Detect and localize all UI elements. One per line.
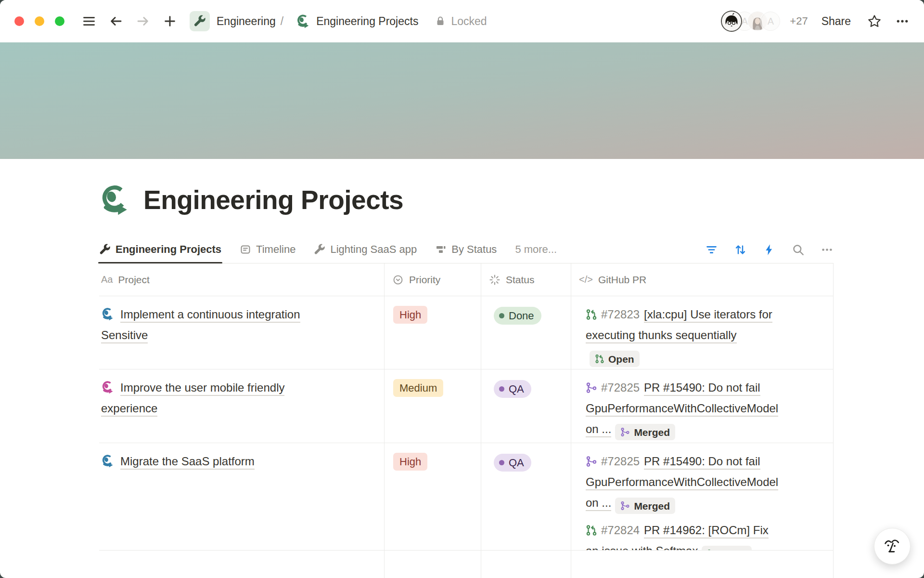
locked-label: Locked [451, 15, 487, 28]
status-label: Done [509, 305, 534, 326]
github-pr-cell[interactable]: #72825PR #15490: Do not failGpuPerforman… [571, 443, 834, 550]
pr-merged-icon [620, 427, 630, 437]
close-window-button[interactable] [14, 16, 24, 26]
project-cell[interactable] [99, 551, 384, 578]
pr-title-line: GpuPerformanceWithCollectiveModel [586, 402, 778, 417]
ai-face-button[interactable] [874, 528, 911, 565]
forward-button[interactable] [136, 14, 150, 28]
table-row-partial[interactable] [99, 551, 834, 578]
pr-title-line: on ... [586, 496, 611, 511]
pr-number: #72824 [601, 524, 640, 537]
github-pr-cell[interactable]: #72825PR #15490: Do not failGpuPerforman… [571, 369, 834, 443]
priority-cell[interactable]: High [384, 443, 481, 550]
project-title-link[interactable]: Implement a continuous integrationSensit… [101, 308, 300, 342]
column-header-priority[interactable]: Priority [384, 263, 481, 296]
table-row: Improve the user mobile friendlyexperien… [99, 369, 834, 443]
table-body: Implement a continuous integrationSensit… [99, 296, 834, 551]
project-title-link[interactable]: Migrate the SaaS platform [101, 455, 255, 468]
toolbar-more-icon[interactable] [895, 14, 910, 28]
pr-state-pill[interactable]: Open [590, 351, 640, 367]
pr-number: #72823 [601, 308, 640, 321]
status-cell[interactable]: QA [481, 369, 571, 443]
status-label: QA [509, 379, 524, 399]
pr-open-icon [586, 309, 597, 320]
sort-icon[interactable] [734, 243, 747, 256]
board-icon [435, 244, 447, 255]
pr-title-line: executing thunks sequentially [586, 328, 737, 343]
tab-label: Lighting SaaS app [330, 243, 417, 256]
github-pr-cell[interactable]: #72823[xla:cpu] Use iterators forexecuti… [571, 296, 834, 369]
automation-lightning-icon[interactable] [763, 243, 776, 256]
column-label: GitHub PR [598, 274, 646, 286]
member-avatar-stack[interactable]: A A [722, 12, 780, 31]
page-header: Engineering Projects [99, 184, 834, 216]
member-overflow-count[interactable]: +27 [790, 15, 808, 27]
pr-state-pill[interactable]: Open [702, 546, 752, 550]
status-pill[interactable]: QA [494, 380, 531, 398]
column-header-status[interactable]: Status [481, 263, 571, 296]
status-pill[interactable]: QA [494, 454, 531, 472]
table-row: Implement a continuous integrationSensit… [99, 296, 834, 369]
wrench-icon [99, 244, 111, 255]
breadcrumb-root[interactable]: Engineering [217, 15, 276, 28]
project-title-link[interactable]: Improve the user mobile friendlyexperien… [101, 381, 284, 415]
status-cell[interactable]: Done [481, 296, 571, 369]
pr-title-line: PR #15490: Do not fail [644, 381, 760, 396]
github-pr-entry: #72824PR #14962: [ROCm] Fixan issue with… [586, 520, 822, 550]
github-pr-entry: #72825PR #15490: Do not failGpuPerforman… [586, 451, 822, 514]
back-button[interactable] [109, 14, 123, 28]
page-cover-image [0, 42, 924, 159]
filter-icon[interactable] [705, 243, 718, 256]
priority-cell[interactable]: Medium [384, 369, 481, 443]
project-title-line: experience [101, 402, 157, 417]
new-page-button[interactable] [163, 14, 177, 28]
priority-cell[interactable]: High [384, 296, 481, 369]
avatar[interactable]: A [761, 12, 780, 31]
pr-merged-icon [586, 382, 597, 394]
favorite-star-icon[interactable] [867, 14, 882, 28]
tab-by-status[interactable]: By Status [435, 236, 497, 263]
view-toolbar [705, 243, 834, 256]
share-button[interactable]: Share [821, 15, 851, 28]
github-pr-entry: #72825PR #15490: Do not failGpuPerforman… [586, 377, 822, 440]
pr-title-line: an issue with Softmax [586, 544, 698, 550]
pr-title-line: PR #15490: Do not fail [644, 455, 760, 470]
locked-indicator[interactable]: Locked [435, 15, 487, 28]
status-pill[interactable]: Done [494, 307, 541, 325]
github-pr-cell[interactable] [571, 551, 834, 578]
column-header-github-pr[interactable]: </> GitHub PR [571, 263, 834, 296]
tab-timeline[interactable]: Timeline [240, 236, 295, 263]
workspace-wrench-icon[interactable] [190, 11, 210, 31]
pr-state-pill[interactable]: Merged [615, 424, 675, 440]
pr-merged-icon [620, 501, 630, 511]
pr-merged-icon [586, 456, 597, 467]
project-cell[interactable]: Implement a continuous integrationSensit… [99, 296, 384, 369]
more-views-button[interactable]: 5 more... [515, 236, 557, 263]
text-property-icon: Aa [101, 274, 113, 285]
priority-tag[interactable]: High [393, 306, 427, 324]
status-dot [499, 313, 504, 318]
maximize-window-button[interactable] [55, 16, 64, 26]
sidebar-menu-icon[interactable] [82, 14, 96, 28]
search-icon[interactable] [792, 243, 805, 256]
tab-lighting-saas-app[interactable]: Lighting SaaS app [314, 236, 417, 263]
project-cell[interactable]: Improve the user mobile friendlyexperien… [99, 369, 384, 443]
priority-tag[interactable]: Medium [393, 379, 443, 397]
breadcrumb-current-page[interactable]: Engineering Projects [316, 15, 418, 28]
view-more-icon[interactable] [821, 243, 834, 256]
column-label: Priority [409, 274, 440, 286]
page-content: Engineering Projects Engineering Project… [99, 159, 834, 578]
priority-cell[interactable] [384, 551, 481, 578]
project-cell[interactable]: Migrate the SaaS platform [99, 443, 384, 550]
project-cycle-icon [101, 381, 115, 394]
page-cycle-icon-large[interactable] [99, 184, 131, 216]
pr-state-pill[interactable]: Merged [615, 498, 675, 514]
status-cell[interactable]: QA [481, 443, 571, 550]
tab-engineering-projects[interactable]: Engineering Projects [99, 236, 221, 263]
column-header-project[interactable]: Aa Project [99, 263, 384, 296]
page-title[interactable]: Engineering Projects [143, 184, 403, 215]
status-cell[interactable] [481, 551, 571, 578]
project-title-line: Implement a continuous integration [120, 308, 300, 323]
minimize-window-button[interactable] [35, 16, 44, 26]
priority-tag[interactable]: High [393, 453, 427, 471]
